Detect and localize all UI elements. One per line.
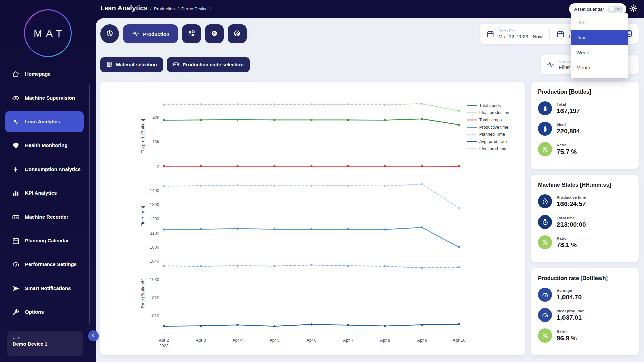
data-point xyxy=(310,165,312,167)
date-range-selector[interactable]: Start - End Mar 12, 2023 - Now xyxy=(486,29,543,39)
data-point xyxy=(236,184,238,186)
kpi-row: Productive time166:24:57 xyxy=(538,194,631,208)
sidebar-item-smart-notifications[interactable]: Smart Notifications xyxy=(5,278,84,299)
kpi-label: Ideal xyxy=(557,123,580,127)
sidebar-item-label: Machine Supervision xyxy=(25,95,75,101)
svg-text:Planned Time: Planned Time xyxy=(479,132,505,137)
legend-item[interactable]: Total scraps xyxy=(467,118,502,122)
kpi-row: Ratio78.1 % xyxy=(538,235,631,249)
sidebar-collapse-button[interactable] xyxy=(88,330,99,341)
stopwatch-icon xyxy=(538,215,552,229)
clear-selection-button[interactable] xyxy=(205,24,224,43)
legend-item[interactable]: Ideal prod. rate xyxy=(467,147,508,152)
sidebar-item-label: Performance Settings xyxy=(25,261,77,267)
sidebar-item-machine-supervision[interactable]: Machine Supervision xyxy=(5,87,84,109)
kpi-value: 166:24:57 xyxy=(557,200,586,208)
svg-text:Total goods: Total goods xyxy=(479,103,501,108)
page-title: Lean Analytics xyxy=(100,4,147,12)
gear-icon xyxy=(629,4,638,14)
asset-calendar-toggle[interactable]: OFF xyxy=(608,6,624,12)
data-point xyxy=(310,185,312,187)
device-card[interactable]: Line Demo Device 1 xyxy=(7,331,83,356)
data-point xyxy=(421,118,423,120)
kpi-value: 75.7 % xyxy=(557,148,577,156)
kpi-label: Total xyxy=(557,102,580,106)
breadcrumb-production[interactable]: Production xyxy=(154,6,175,11)
legend-item[interactable]: Avg. prod. rate xyxy=(467,139,507,144)
x-tick-label: Apr 9 xyxy=(417,338,427,343)
bottle-icon xyxy=(538,101,552,115)
dropdown-option-day[interactable]: Day xyxy=(571,30,628,45)
sidebar-item-performance-settings[interactable]: Performance Settings xyxy=(5,254,84,275)
y-tick-label: 1000 xyxy=(150,245,159,250)
sidebar-item-planning-calendar[interactable]: Planning Calendar xyxy=(5,230,84,251)
data-point xyxy=(200,325,202,327)
x-circle-icon xyxy=(211,29,218,38)
kpi-row: Total time213:00:00 xyxy=(538,215,631,229)
svg-text:Total scraps: Total scraps xyxy=(479,118,502,122)
sidebar-item-options[interactable]: Options xyxy=(5,301,84,323)
percent-icon xyxy=(538,142,552,156)
kpi-value: 78.1 % xyxy=(557,241,577,249)
y-tick-label: 1100 xyxy=(150,231,159,236)
data-point xyxy=(236,119,238,121)
settings-button[interactable] xyxy=(629,4,638,14)
panel-title: Production [Bottles] xyxy=(538,88,631,95)
data-point xyxy=(347,165,349,167)
data-point xyxy=(273,265,275,267)
data-point xyxy=(273,119,275,121)
data-point xyxy=(384,119,386,121)
data-point xyxy=(347,103,349,105)
device-name: Demo Device 1 xyxy=(13,341,78,347)
data-point xyxy=(273,103,275,105)
legend-item[interactable]: Planned Time xyxy=(467,132,505,137)
data-point xyxy=(273,165,275,167)
data-point xyxy=(236,165,238,167)
sidebar-item-label: Machine Recorder xyxy=(25,214,68,220)
x-tick-label: Apr 2 xyxy=(159,338,169,343)
home-icon xyxy=(12,70,20,78)
sidebar-item-health-monitoring[interactable]: Health Monitoring xyxy=(5,135,84,156)
send-icon xyxy=(12,284,20,292)
chart-series-line xyxy=(164,227,459,247)
topbar: Lean Analytics / Production / Demo Devic… xyxy=(96,0,644,18)
legend-item[interactable]: Productive time xyxy=(467,125,508,130)
brand-logo: MAT xyxy=(24,9,72,57)
dropdown-option-week[interactable]: Week xyxy=(571,45,628,60)
calendar-icon xyxy=(12,237,20,245)
data-point xyxy=(273,185,275,187)
data-point xyxy=(310,119,312,121)
bottle-icon xyxy=(538,122,552,136)
legend-item[interactable]: Ideal production xyxy=(467,110,509,115)
breadcrumb-device[interactable]: Demo Device 1 xyxy=(181,6,211,11)
sidebar-item-lean-analytics[interactable]: Lean Analytics xyxy=(5,111,84,132)
machine-filter-label: Machine xyxy=(559,60,572,64)
data-point xyxy=(163,119,165,121)
chart-options-button[interactable] xyxy=(228,24,247,43)
sidebar-item-machine-recorder[interactable]: Machine Recorder xyxy=(5,206,84,228)
sidebar-item-kpi-analytics[interactable]: KPI Analytics xyxy=(5,182,84,204)
grid-view-button[interactable] xyxy=(182,24,201,43)
data-point xyxy=(421,226,423,228)
material-icon xyxy=(106,61,112,68)
data-point xyxy=(384,265,386,267)
production-code-selection-button[interactable]: Production code selection xyxy=(167,57,250,72)
data-point xyxy=(163,228,165,230)
material-selection-button[interactable]: Material selection xyxy=(100,57,163,72)
svg-text:Ideal production: Ideal production xyxy=(479,110,509,115)
x-tick-label: Apr 4 xyxy=(232,338,243,343)
production-tab-button[interactable]: Production xyxy=(123,24,178,43)
production-code-label: Production code selection xyxy=(183,62,244,67)
toolbar-row-1: Production Start - End Mar 12, 2023 - No… xyxy=(100,23,639,44)
date-range-label: Start - End xyxy=(498,29,543,33)
sidebar-scrollbar[interactable] xyxy=(89,84,90,324)
pie-chart-view-button[interactable] xyxy=(100,24,119,43)
x-tick-label: Apr 8 xyxy=(380,338,390,343)
data-point xyxy=(236,228,238,230)
sidebar-item-homepage[interactable]: Homepage xyxy=(5,63,84,85)
kpi-label: Average xyxy=(557,289,582,293)
sidebar-item-consumption-analytics[interactable]: Consumption Analytics xyxy=(5,159,84,180)
legend-item[interactable]: Total goods xyxy=(467,103,501,108)
dropdown-option-month[interactable]: Month xyxy=(571,60,628,75)
dropdown-option-hour[interactable]: Hour xyxy=(571,15,628,30)
